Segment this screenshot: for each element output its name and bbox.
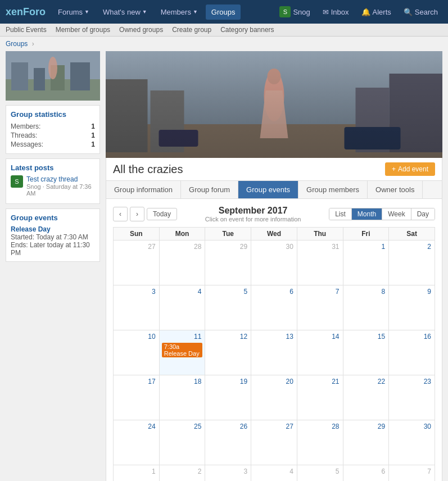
nav-members[interactable]: Members ▼ — [155, 4, 203, 20]
day-number: 1 — [116, 466, 157, 477]
sidebar-stats-title: Group statistics — [11, 110, 95, 119]
nav-forums[interactable]: Forums ▼ — [52, 4, 95, 20]
calendar-week-view-button[interactable]: Week — [382, 208, 411, 220]
group-title-bar: All the crazies + Add event — [106, 158, 442, 181]
calendar-day-13-week2: 13 — [251, 330, 297, 375]
calendar-next-button[interactable]: › — [130, 207, 144, 221]
day-number: 23 — [391, 376, 432, 387]
breadcrumb-separator: › — [32, 40, 34, 48]
tab-group-members[interactable]: Group members — [298, 181, 368, 198]
secondary-nav: Public Events Member of groups Owned gro… — [0, 24, 448, 37]
public-events-link[interactable]: Public Events — [6, 26, 47, 34]
calendar-day-other-2-week5: 2 — [159, 465, 205, 482]
post-title-link[interactable]: Test crazy thread — [26, 175, 95, 183]
calendar-day-other-1-week5: 1 — [114, 465, 160, 482]
day-number: 17 — [116, 376, 157, 387]
search-button[interactable]: 🔍 Search — [399, 6, 442, 19]
calendar-day-18-week3: 18 — [159, 375, 205, 420]
day-number: 24 — [116, 421, 157, 432]
inbox-button[interactable]: ✉ Inbox — [318, 6, 354, 19]
calendar-nav: ‹ › Today — [113, 207, 177, 221]
plus-icon: + — [392, 165, 396, 173]
top-nav-left: xenForo Forums ▼ What's new ▼ Members ▼ … — [6, 4, 241, 20]
create-group-link[interactable]: Create group — [172, 26, 211, 34]
calendar-month-view-button[interactable]: Month — [352, 208, 382, 220]
sidebar-event-title[interactable]: Release Day — [11, 225, 95, 233]
day-number: 8 — [346, 287, 387, 297]
user-menu[interactable]: S Snog — [275, 4, 314, 20]
stat-messages-label: Messages: — [11, 140, 43, 148]
tab-group-forum[interactable]: Group forum — [181, 181, 238, 198]
day-number: 15 — [346, 332, 387, 342]
calendar-day-other-28-week0: 28 — [159, 240, 205, 285]
day-number: 31 — [300, 242, 341, 252]
day-number: 20 — [254, 376, 295, 387]
calendar-day-1-week0: 1 — [343, 240, 389, 285]
day-number: 28 — [300, 421, 341, 432]
day-number: 4 — [162, 287, 203, 297]
member-of-groups-link[interactable]: Member of groups — [56, 26, 110, 34]
day-number: 3 — [116, 287, 157, 297]
calendar-day-24-week4: 24 — [114, 420, 160, 465]
tab-owner-tools[interactable]: Owner tools — [368, 181, 423, 198]
calendar-day-28-week4: 28 — [297, 420, 343, 465]
nav-whats-new[interactable]: What's new ▼ — [97, 4, 153, 20]
calendar-day-other-6-week5: 6 — [343, 465, 389, 482]
owned-groups-link[interactable]: Owned groups — [119, 26, 163, 34]
calendar-day-12-week2: 12 — [205, 330, 251, 375]
stat-threads: Threads: 1 — [11, 131, 95, 140]
latest-post-item: S Test crazy thread Snog · Saturday at 7… — [11, 175, 95, 197]
dow-fri: Fri — [343, 228, 389, 240]
svg-rect-2 — [11, 62, 28, 90]
calendar-event[interactable]: 7:30a Release Day — [162, 343, 203, 357]
svg-point-6 — [48, 57, 57, 79]
calendar-day-view-button[interactable]: Day — [411, 208, 435, 220]
forums-caret-icon: ▼ — [84, 9, 89, 15]
alerts-button[interactable]: 🔔 Alerts — [357, 6, 396, 19]
calendar-day-4-week1: 4 — [159, 285, 205, 330]
day-number: 27 — [116, 242, 157, 252]
day-number: 11 — [162, 332, 203, 342]
calendar-day-8-week1: 8 — [343, 285, 389, 330]
day-number: 12 — [207, 332, 248, 342]
calendar-title-section: September 2017 Click on event for more i… — [205, 206, 301, 223]
dow-mon: Mon — [159, 228, 205, 240]
calendar-day-20-week3: 20 — [251, 375, 297, 420]
day-number: 29 — [346, 421, 387, 432]
calendar-day-10-week2: 10 — [114, 330, 160, 375]
sidebar-banner-image — [6, 51, 100, 101]
sidebar-events: Group events Release Day Started: Today … — [6, 208, 100, 262]
day-number: 30 — [391, 421, 432, 432]
alerts-icon: 🔔 — [361, 8, 370, 16]
day-number: 29 — [207, 242, 248, 252]
category-banners-link[interactable]: Category banners — [220, 26, 274, 34]
stat-members-value: 1 — [91, 122, 95, 130]
sidebar-latest-posts-title: Latest posts — [11, 164, 95, 172]
day-number: 25 — [162, 421, 203, 432]
calendar-day-6-week1: 6 — [251, 285, 297, 330]
calendar-today-button[interactable]: Today — [147, 208, 177, 220]
calendar-prev-button[interactable]: ‹ — [113, 207, 128, 221]
day-number: 7 — [391, 466, 432, 477]
stat-members: Members: 1 — [11, 122, 95, 131]
sidebar: Group statistics Members: 1 Threads: 1 M… — [6, 51, 100, 481]
stat-threads-value: 1 — [91, 131, 95, 139]
calendar-list-view-button[interactable]: List — [329, 208, 352, 220]
nav-groups[interactable]: Groups — [206, 4, 241, 20]
group-banner — [106, 51, 442, 158]
sidebar-latest-posts: Latest posts S Test crazy thread Snog · … — [6, 158, 100, 204]
day-number: 9 — [391, 287, 432, 297]
tab-group-information[interactable]: Group information — [106, 181, 181, 198]
tab-group-events[interactable]: Group events — [238, 181, 298, 198]
breadcrumb-groups-link[interactable]: Groups — [6, 40, 28, 48]
top-nav: xenForo Forums ▼ What's new ▼ Members ▼ … — [0, 0, 448, 24]
post-avatar: S — [11, 175, 23, 188]
day-number: 6 — [254, 287, 295, 297]
calendar-day-11-week2[interactable]: 117:30a Release Day — [159, 330, 205, 375]
add-event-button[interactable]: + Add event — [385, 162, 435, 176]
day-number: 10 — [116, 332, 157, 342]
group-tabs: Group information Group forum Group even… — [106, 181, 442, 199]
day-number: 16 — [391, 332, 432, 342]
sidebar-events-title: Group events — [11, 214, 95, 222]
day-number: 26 — [207, 421, 248, 432]
